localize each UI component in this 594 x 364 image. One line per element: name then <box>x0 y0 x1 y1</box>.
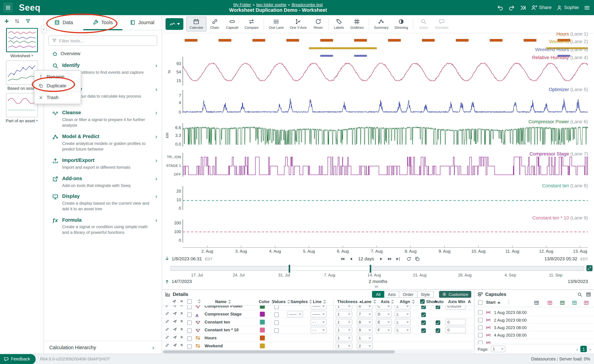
scrubber-handle-left[interactable] <box>289 265 290 273</box>
details-row-constant-ten[interactable]: ×Constant ten- -18EL0 <box>162 318 474 326</box>
thickness-select[interactable]: 1 <box>336 319 352 325</box>
column-header-values[interactable]: Values <box>272 299 290 304</box>
toolbar-chain[interactable]: Chain <box>206 17 223 32</box>
refresh-icon[interactable] <box>406 256 411 261</box>
column-options-icon[interactable]: ⋮ <box>506 300 511 305</box>
app-switcher-button[interactable] <box>3 3 13 13</box>
details-hscrollbar[interactable] <box>163 350 473 353</box>
toolbar-labels[interactable]: Labels <box>331 17 347 32</box>
color-chip[interactable] <box>260 336 265 340</box>
signal-name[interactable]: Constant ten * 10 <box>205 328 239 332</box>
remove-icon[interactable]: × <box>180 334 183 340</box>
range-start-value[interactable]: 1/8/2023 06:31 <box>172 256 202 261</box>
lane-select[interactable]: 8 <box>357 319 373 325</box>
navigate-icon[interactable] <box>173 319 177 323</box>
investigate-start-value[interactable]: 14/7/2023 <box>172 279 192 284</box>
align-select[interactable]: L <box>395 306 411 309</box>
details-row-constant-ten-10[interactable]: ×Constant ten * 10- -19FL0 <box>162 326 474 334</box>
remove-icon[interactable]: × <box>180 306 183 308</box>
step-back-button[interactable] <box>340 256 345 261</box>
scrubber-track[interactable] <box>170 266 584 271</box>
lane-label-constant-ten-10[interactable]: Constant ten * 10 (Lane 9) <box>533 215 588 221</box>
row-checkbox[interactable] <box>187 306 192 309</box>
signal-name[interactable]: Hours <box>205 336 217 340</box>
row-checkbox[interactable] <box>187 344 192 349</box>
menu-item-rename[interactable]: Rename <box>34 72 81 81</box>
navigate-icon[interactable] <box>173 311 177 315</box>
customize-button[interactable]: Customize <box>439 291 471 298</box>
collapse-sidebar-button[interactable]: ‹ <box>41 25 47 33</box>
row-checkbox[interactable] <box>187 336 192 341</box>
column-header-color[interactable]: Color <box>259 299 274 304</box>
menu-item-duplicate[interactable]: Duplicate <box>34 81 81 91</box>
tool-item-formula[interactable]: ƒxFormula›Create a signal or condition u… <box>52 217 160 235</box>
lane-label-relative-humidity[interactable]: Relative Humidity (Lane 4) <box>532 55 588 60</box>
menu-item-trash[interactable]: Trash <box>34 93 81 102</box>
remove-icon[interactable]: × <box>180 318 183 324</box>
half-forward-button[interactable] <box>379 256 384 261</box>
remove-all-icon[interactable]: × <box>180 299 183 304</box>
toolbar-capsule[interactable]: Capsule <box>223 17 242 32</box>
capsule-row[interactable]: 4 Aug 2023 08:00 <box>475 331 594 339</box>
color-chip[interactable] <box>260 343 265 348</box>
worksheet-thumbnail[interactable] <box>6 61 38 85</box>
range-start-arrow-icon[interactable] <box>164 256 170 261</box>
tool-search-input[interactable] <box>59 38 154 43</box>
show-checkbox[interactable] <box>421 312 426 317</box>
lane-label-hours[interactable]: Hours (Lane 1) <box>556 31 588 37</box>
view-button-order[interactable]: Order <box>399 291 417 298</box>
thickness-select[interactable]: 1 <box>336 343 352 349</box>
edit-icon[interactable] <box>165 306 169 307</box>
lane-select[interactable]: 7 <box>357 311 373 317</box>
lane-select[interactable]: 1 <box>357 335 373 341</box>
auto-checkbox[interactable] <box>436 328 440 333</box>
seeq-logo[interactable]: Seeq <box>19 2 40 13</box>
capsules-grid-icon[interactable] <box>586 292 591 297</box>
navigate-icon[interactable] <box>173 343 177 347</box>
row-checkbox[interactable] <box>187 320 192 325</box>
auto-checkbox[interactable] <box>436 320 440 325</box>
breadcrumb-link[interactable]: My Folder <box>233 2 251 7</box>
lane-label-optimizer[interactable]: Optimizer (Lane 5) <box>549 87 588 92</box>
axis-select[interactable]: F <box>376 327 392 333</box>
axis-min-input[interactable]: 0.00209 <box>446 306 466 309</box>
color-chip[interactable] <box>260 306 265 309</box>
capsule-column-button-2[interactable] <box>560 300 565 305</box>
add-worksheet-button[interactable]: + <box>5 19 9 24</box>
details-row-hours[interactable]: ×Hours11 <box>162 334 474 342</box>
column-header-name[interactable]: Name <box>215 299 231 304</box>
user-menu[interactable]: Sophie <box>556 5 579 10</box>
start-column-header[interactable]: Start <box>486 300 500 305</box>
column-header-axis[interactable]: Axis <box>381 299 394 304</box>
align-select[interactable]: L <box>395 319 411 325</box>
scrollbar-thumb[interactable] <box>163 350 395 353</box>
select-all-checkbox[interactable] <box>187 299 192 304</box>
values-checkbox[interactable] <box>274 312 279 317</box>
capsule-row[interactable]: 2 Aug 2023 08:00 <box>475 316 594 324</box>
toolbar-one-lane[interactable]: One Lane <box>266 17 287 32</box>
sort-worksheets-icon[interactable] <box>14 19 20 24</box>
copy-range-icon[interactable] <box>415 256 420 261</box>
toolbar-reset[interactable]: Reset <box>310 17 326 32</box>
worksheet-thumbnail[interactable] <box>6 93 38 117</box>
color-chip[interactable] <box>260 328 265 332</box>
thickness-select[interactable]: 1 <box>336 327 352 333</box>
page-select[interactable]: 1 <box>491 346 505 352</box>
signal-name[interactable]: Compressor Stage <box>205 312 242 316</box>
view-button-style[interactable]: Style <box>417 291 434 298</box>
feedback-button[interactable]: Feedback <box>0 354 35 364</box>
investigate-start-arrow-icon[interactable] <box>164 279 170 284</box>
capsule-row[interactable]: 3 Aug 2023 08:00 <box>475 324 594 331</box>
tab-journal[interactable]: Journal <box>122 15 162 30</box>
current-page[interactable]: 1 <box>580 346 587 352</box>
capsules-zoom-icon[interactable] <box>577 292 582 297</box>
to-end-button[interactable] <box>395 256 400 261</box>
navigate-icon[interactable] <box>173 306 177 307</box>
show-checkbox[interactable] <box>421 328 426 333</box>
tool-item-cleanse[interactable]: Cleanse›Clean or filter a signal to prep… <box>52 110 160 128</box>
row-checkbox[interactable] <box>187 328 192 333</box>
thickness-select[interactable]: 1 <box>336 306 352 309</box>
axis-select[interactable]: E <box>376 319 392 325</box>
column-header-auto[interactable]: Auto <box>434 299 444 304</box>
signal-name[interactable]: Weekend <box>205 343 223 348</box>
